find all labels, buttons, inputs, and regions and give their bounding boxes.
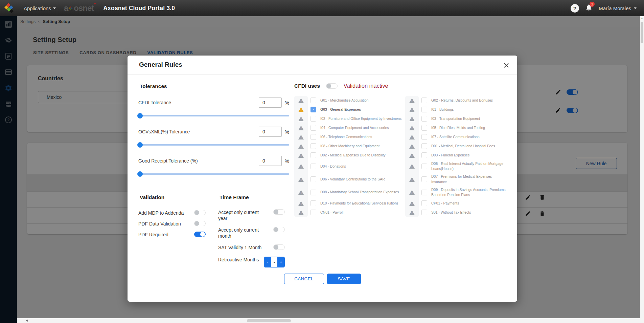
toggle-add-mdp-to-addenda[interactable] — [194, 210, 206, 215]
toggle-accept-only-current-month[interactable] — [273, 227, 285, 232]
checkbox-g02[interactable] — [421, 98, 427, 103]
input-good-receipt-tolerance[interactable] — [259, 156, 282, 166]
cfdi-option-d10: !D10 - Payments for Educational Services… — [294, 199, 405, 208]
cfdi-validation-toggle[interactable] — [326, 83, 338, 89]
warning-strip: ! — [405, 114, 419, 123]
cfdi-option-g02: !G02 - Returns, Discounts and Bonuses — [405, 96, 510, 105]
help-icon[interactable]: ? — [571, 4, 579, 13]
timeframe-row-accept-only-current-year: Accept only current year — [218, 209, 285, 221]
checkbox-i08[interactable] — [310, 143, 316, 149]
warning-strip: ! — [405, 96, 419, 105]
warning-strip: ! — [405, 199, 419, 208]
checkbox-s01[interactable] — [421, 210, 427, 215]
checkbox-d04[interactable] — [310, 164, 316, 169]
checkbox-d09[interactable] — [421, 190, 427, 195]
warning-strip: ! — [294, 186, 308, 199]
checkbox-d02[interactable] — [310, 152, 316, 158]
warning-icon-d10: ! — [298, 201, 304, 206]
tolerance-label: CFDI Tolerance — [138, 100, 259, 105]
save-button[interactable]: SAVE — [327, 274, 361, 284]
checkbox-d06[interactable] — [310, 176, 316, 182]
checkbox-d10[interactable] — [310, 200, 316, 206]
slider-ocvsxml-tolerance[interactable] — [136, 142, 289, 148]
cancel-button[interactable]: CANCEL — [284, 274, 324, 284]
warning-strip: ! — [294, 96, 308, 105]
warning-icon-i06: ! — [298, 135, 304, 139]
cfdi-option-label: D03 - Funeral Expenses — [431, 151, 472, 159]
cfdi-validation-status: Validation inactive — [344, 83, 388, 89]
user-menu[interactable]: María Morales — [599, 5, 637, 11]
toggle-pdf-data-validation[interactable] — [194, 221, 206, 226]
checkbox-i05[interactable] — [421, 125, 427, 131]
scroll-left-arrow-icon[interactable]: ◀ — [26, 319, 28, 322]
cfdi-option-i03: !I03 - Transportation Equipment — [405, 114, 510, 123]
checkbox-d08[interactable] — [310, 190, 316, 195]
toggle-sat-validity-1-month[interactable] — [273, 244, 285, 250]
toggle-pdf-required[interactable] — [194, 232, 206, 237]
notifications-button[interactable]: 1 — [585, 4, 593, 13]
horizontal-scrollbar[interactable]: ◀ — [17, 318, 640, 323]
warning-strip: ! — [405, 123, 419, 132]
warning-icon-i07: ! — [409, 135, 415, 139]
cfdi-option-i08: !I08 - Other Machinery and Equipment — [294, 142, 405, 151]
tolerance-row-ocvsxml-tolerance: OCVsXML(%) Tolerance% — [138, 127, 289, 137]
slider-track[interactable] — [138, 115, 289, 116]
warning-icon-d02: ! — [298, 153, 304, 158]
warning-icon-d08: ! — [298, 190, 304, 195]
warning-icon-d05: ! — [409, 164, 415, 169]
cfdi-option-label: I03 - Transportation Equipment — [431, 115, 482, 123]
warning-strip: ! — [294, 160, 308, 173]
toggle-accept-only-current-year[interactable] — [273, 209, 285, 215]
checkbox-i07[interactable] — [421, 134, 427, 140]
stepper-decrement-button[interactable]: - — [264, 257, 271, 267]
scroll-up-arrow-icon[interactable]: ▲ — [640, 17, 644, 20]
slider-thumb[interactable] — [137, 142, 143, 148]
warning-exclamation: ! — [298, 165, 304, 169]
checkbox-g03[interactable]: ✓ — [310, 107, 316, 112]
slider-thumb[interactable] — [137, 113, 143, 119]
slider-cfdi-tolerance[interactable] — [136, 113, 289, 119]
checkbox-g01[interactable] — [310, 98, 316, 103]
slider-thumb[interactable] — [137, 171, 143, 177]
applications-menu[interactable]: Applications — [24, 5, 56, 11]
slider-track[interactable] — [138, 173, 289, 175]
slider-track[interactable] — [138, 144, 289, 146]
cfdi-option-label: CP01 - Payments — [431, 199, 461, 207]
checkbox-d07[interactable] — [421, 176, 427, 182]
checkbox-d03[interactable] — [421, 152, 427, 158]
validation-label: PDF Data Validation — [138, 221, 181, 227]
checkbox-i01[interactable] — [421, 107, 427, 112]
stepper-increment-button[interactable]: + — [277, 257, 284, 267]
vertical-scrollbar[interactable]: ▲ — [640, 16, 644, 318]
cfdi-option-label: I01 - Buildings — [431, 106, 456, 113]
warning-exclamation: ! — [298, 99, 304, 103]
warning-exclamation: ! — [409, 108, 415, 112]
warning-strip: ! — [294, 199, 308, 208]
warning-strip: ! — [294, 132, 308, 142]
checkbox-d05[interactable] — [421, 164, 427, 169]
modal-close-button[interactable] — [502, 61, 510, 69]
cfdi-option-label: G03 - General Expenses — [320, 106, 363, 113]
warning-icon-g01: ! — [298, 98, 304, 103]
checkbox-i04[interactable] — [310, 125, 316, 131]
cfdi-row: !D04 - Donations!D05 - Real Interest Act… — [294, 160, 510, 173]
toggle-knob — [194, 210, 199, 215]
checkbox-cp01[interactable] — [421, 200, 427, 206]
input-ocvsxml-tolerance[interactable] — [259, 127, 282, 137]
input-cfdi-tolerance[interactable] — [259, 98, 282, 108]
warning-exclamation: ! — [298, 127, 304, 130]
caret-down-icon — [634, 7, 637, 9]
cfdi-row: !✓G03 - General Expenses!I01 - Buildings — [294, 105, 510, 114]
warning-icon-d09: ! — [409, 190, 415, 195]
checkbox-cn01[interactable] — [310, 210, 316, 215]
checkbox-i06[interactable] — [310, 134, 316, 140]
slider-good-receipt-tolerance[interactable] — [136, 171, 289, 177]
applications-label: Applications — [24, 5, 51, 11]
horizontal-scroll-thumb[interactable] — [247, 319, 291, 322]
checkbox-i03[interactable] — [421, 116, 427, 122]
checkbox-i02[interactable] — [310, 116, 316, 122]
vertical-scroll-thumb[interactable] — [641, 22, 643, 43]
checkbox-d01[interactable] — [421, 143, 427, 149]
cfdi-option-cn01: !CN01 - Payroll — [294, 208, 405, 217]
warning-exclamation: ! — [409, 211, 415, 215]
